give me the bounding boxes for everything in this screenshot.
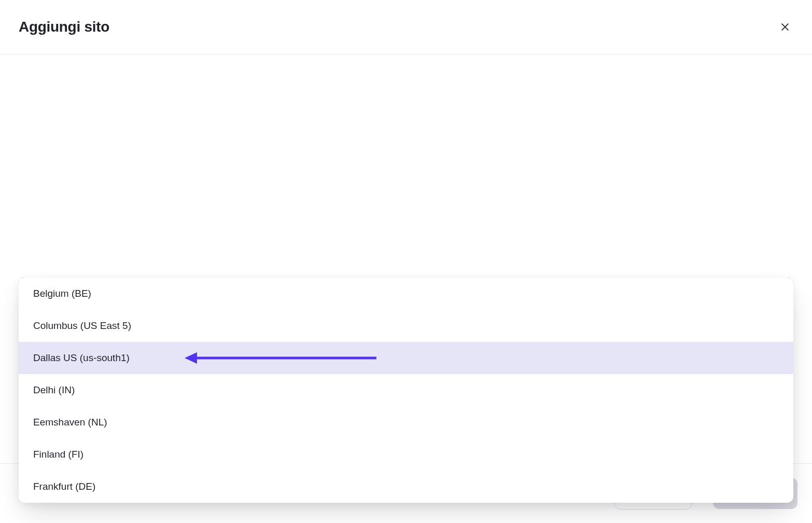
location-option-label: Dallas US (us-south1) [33,352,130,364]
location-dropdown-panel: Belgium (BE)Columbus (US East 5)Dallas U… [19,278,793,503]
arrow-left-icon [185,351,376,365]
close-button[interactable] [777,19,793,35]
location-option[interactable]: Finland (FI) [19,438,793,471]
location-option[interactable]: Dallas US (us-south1) [19,342,793,374]
location-option-label: Columbus (US East 5) [33,320,131,332]
modal-content: Belgium (BE)Columbus (US East 5)Dallas U… [0,278,812,377]
close-icon [780,22,790,32]
location-option[interactable]: Belgium (BE) [19,278,793,310]
location-option-label: Finland (FI) [33,449,83,460]
modal-header: Aggiungi sito [0,0,812,54]
location-option-label: Delhi (IN) [33,384,75,396]
location-option[interactable]: Frankfurt (DE) [19,471,793,503]
location-option[interactable]: Columbus (US East 5) [19,310,793,342]
location-option[interactable]: Delhi (IN) [19,374,793,406]
location-option-label: Belgium (BE) [33,288,91,299]
location-option-label: Frankfurt (DE) [33,481,95,492]
page-title: Aggiungi sito [19,19,109,35]
location-option-label: Eemshaven (NL) [33,417,107,428]
location-option[interactable]: Eemshaven (NL) [19,406,793,438]
